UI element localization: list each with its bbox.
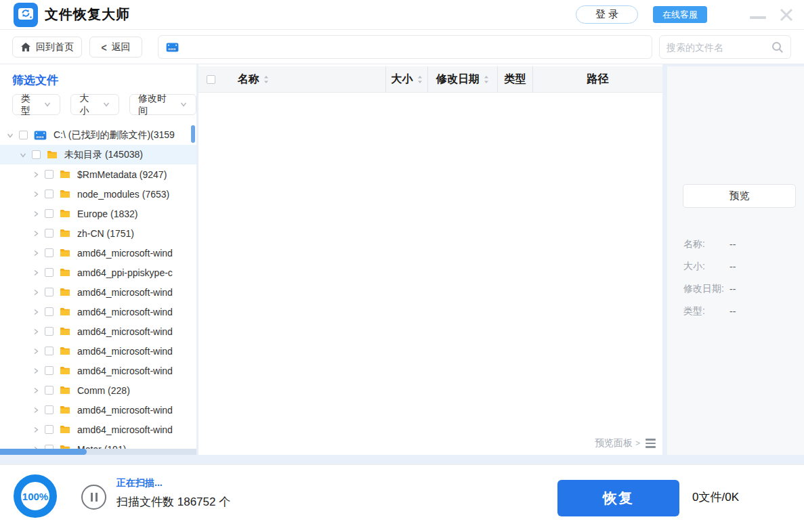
sort-icon[interactable] bbox=[417, 75, 423, 84]
tree-item[interactable]: amd64_microsoft-wind bbox=[0, 400, 196, 420]
chevron-right-icon: > bbox=[635, 439, 640, 448]
breadcrumb[interactable] bbox=[158, 35, 652, 59]
checkbox[interactable] bbox=[45, 268, 54, 277]
chevron-down-icon[interactable] bbox=[5, 131, 15, 140]
column-header[interactable]: 类型 bbox=[498, 66, 533, 92]
scrollbar-thumb[interactable] bbox=[0, 449, 87, 455]
search-input[interactable] bbox=[667, 42, 771, 53]
filter-dropdown[interactable]: 类型 bbox=[12, 94, 60, 115]
column-header[interactable]: 大小 bbox=[386, 66, 428, 92]
detail-value: -- bbox=[729, 239, 736, 250]
footer-bar: 100% 正在扫描... 扫描文件数 186752 个 恢复 0文件/0K bbox=[0, 464, 804, 532]
column-header[interactable]: 路径 bbox=[533, 66, 662, 92]
tree-item[interactable]: node_modules (7653) bbox=[0, 184, 196, 204]
folder-icon bbox=[60, 288, 70, 296]
tree-item[interactable]: 未知目录 (145038) bbox=[0, 145, 196, 164]
file-details: 名称:--大小:--修改日期:--类型:-- bbox=[683, 233, 795, 322]
scan-progress-percent: 100% bbox=[22, 491, 48, 502]
folder-icon bbox=[60, 366, 70, 375]
checkbox[interactable] bbox=[45, 307, 54, 316]
checkbox[interactable] bbox=[45, 229, 54, 238]
chevron-right-icon[interactable] bbox=[31, 327, 41, 336]
column-header-label: 路径 bbox=[587, 72, 609, 87]
select-all-checkbox[interactable] bbox=[207, 75, 215, 84]
checkbox[interactable] bbox=[32, 150, 41, 159]
chevron-right-icon[interactable] bbox=[31, 229, 41, 238]
menu-icon[interactable] bbox=[721, 8, 738, 21]
chevron-right-icon[interactable] bbox=[31, 209, 41, 219]
checkbox[interactable] bbox=[45, 347, 54, 355]
chevron-right-icon[interactable] bbox=[31, 405, 41, 415]
back-button[interactable]: < 返回 bbox=[89, 37, 142, 58]
app-title: 文件恢复大师 bbox=[45, 5, 130, 24]
folder-icon bbox=[60, 327, 70, 336]
tree-item[interactable]: amd64_microsoft-wind bbox=[0, 322, 196, 341]
chevron-right-icon[interactable] bbox=[31, 288, 41, 297]
file-table: 名称大小修改日期类型路径 预览面板 > bbox=[198, 64, 662, 455]
checkbox[interactable] bbox=[45, 386, 54, 395]
chevron-right-icon[interactable] bbox=[31, 190, 41, 199]
horizontal-scrollbar[interactable] bbox=[0, 449, 196, 455]
chevron-right-icon[interactable] bbox=[31, 170, 41, 179]
checkbox[interactable] bbox=[45, 327, 54, 336]
chevron-right-icon[interactable] bbox=[31, 366, 41, 376]
tree-item[interactable]: amd64_microsoft-wind bbox=[0, 341, 196, 361]
preview-panel-toggle-label: 预览面板 bbox=[595, 437, 633, 449]
pause-button[interactable] bbox=[81, 485, 106, 510]
tree-item[interactable]: amd64_microsoft-wind bbox=[0, 361, 196, 380]
chevron-down-icon bbox=[43, 99, 51, 110]
folder-icon bbox=[60, 268, 70, 277]
filter-dropdowns: 类型大小修改时间 bbox=[12, 94, 196, 115]
minimize-button[interactable] bbox=[750, 11, 766, 19]
chevron-right-icon[interactable] bbox=[31, 347, 41, 356]
checkbox[interactable] bbox=[45, 366, 54, 375]
chevron-right-icon[interactable] bbox=[31, 425, 41, 435]
drive-icon bbox=[166, 43, 179, 52]
tree-item[interactable]: amd64_microsoft-wind bbox=[0, 282, 196, 302]
chevron-right-icon[interactable] bbox=[31, 268, 41, 278]
column-header[interactable]: 修改日期 bbox=[428, 66, 498, 92]
scan-status: 正在扫描... 扫描文件数 186752 个 bbox=[117, 477, 230, 510]
preview-panel-toggle[interactable]: 预览面板 > bbox=[595, 437, 656, 449]
tree-item[interactable]: C:\ (已找到的删除文件)(3159 bbox=[0, 125, 196, 145]
preview-button[interactable]: 预览 bbox=[683, 184, 796, 208]
chevron-right-icon[interactable] bbox=[31, 248, 41, 258]
tree-item-label: amd64_microsoft-wind bbox=[77, 365, 173, 376]
login-button[interactable]: 登 录 bbox=[576, 5, 638, 24]
filter-title: 筛选文件 bbox=[12, 72, 58, 88]
tree-item-label: amd64_microsoft-wind bbox=[77, 326, 173, 337]
filter-dropdown[interactable]: 修改时间 bbox=[129, 94, 196, 115]
checkbox[interactable] bbox=[45, 248, 54, 257]
tree-item[interactable]: amd64_microsoft-wind bbox=[0, 420, 196, 439]
online-service-button[interactable]: 在线客服 bbox=[653, 6, 707, 23]
filter-dropdown[interactable]: 大小 bbox=[70, 94, 119, 115]
detail-row: 类型:-- bbox=[683, 300, 795, 322]
column-header-label: 大小 bbox=[392, 72, 413, 87]
tree-item[interactable]: amd64_ppi-ppiskype-c bbox=[0, 263, 196, 282]
checkbox[interactable] bbox=[19, 131, 28, 139]
tree-item[interactable]: zh-CN (1751) bbox=[0, 223, 196, 243]
sort-icon[interactable] bbox=[263, 75, 269, 84]
checkbox[interactable] bbox=[45, 288, 54, 296]
column-header-label: 名称 bbox=[238, 72, 259, 87]
tree-item[interactable]: $RmMetadata (9247) bbox=[0, 164, 196, 184]
chevron-right-icon[interactable] bbox=[31, 386, 41, 395]
chevron-right-icon[interactable] bbox=[31, 307, 41, 317]
checkbox[interactable] bbox=[45, 170, 54, 179]
tree-item[interactable]: Europe (1832) bbox=[0, 204, 196, 223]
tree-item[interactable]: amd64_microsoft-wind bbox=[0, 243, 196, 263]
recover-button[interactable]: 恢复 bbox=[557, 480, 679, 516]
checkbox[interactable] bbox=[45, 425, 54, 434]
tree-item[interactable]: amd64_microsoft-wind bbox=[0, 302, 196, 322]
close-icon[interactable] bbox=[778, 7, 795, 23]
home-button[interactable]: 回到首页 bbox=[12, 37, 82, 58]
checkbox[interactable] bbox=[45, 405, 54, 414]
sort-icon[interactable] bbox=[484, 75, 489, 84]
chevron-down-icon[interactable] bbox=[18, 150, 28, 160]
column-header[interactable]: 名称 bbox=[227, 66, 386, 92]
tree-item[interactable]: Comm (228) bbox=[0, 380, 196, 400]
vertical-scrollbar[interactable] bbox=[191, 125, 195, 143]
checkbox[interactable] bbox=[45, 190, 54, 198]
checkbox[interactable] bbox=[45, 209, 54, 218]
search-icon[interactable] bbox=[771, 41, 784, 53]
